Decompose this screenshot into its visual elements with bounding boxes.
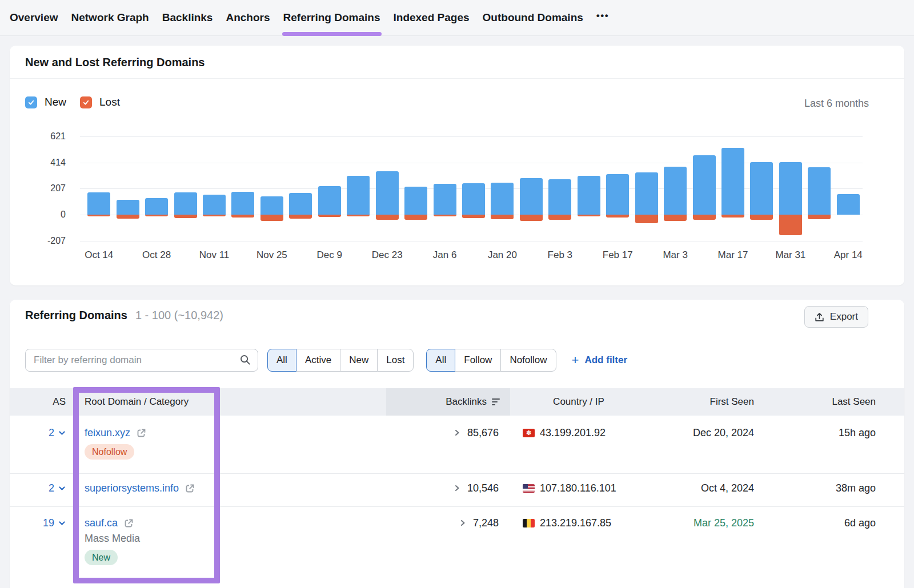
export-button[interactable]: Export [804,306,868,328]
follow-filter-all[interactable]: All [426,349,455,372]
status-filter-all[interactable]: All [267,349,296,372]
lost-domains-bar[interactable] [87,215,110,216]
lost-domains-bar[interactable] [548,215,571,220]
new-domains-bar[interactable] [174,192,197,215]
new-domains-bar[interactable] [145,198,168,215]
chevron-down-icon [58,519,66,527]
lost-domains-bar[interactable] [721,215,744,218]
new-domains-bar[interactable] [462,183,485,215]
domain-filter-input[interactable] [25,349,258,372]
lost-domains-bar[interactable] [750,215,773,220]
new-domains-bar[interactable] [491,183,514,215]
lost-domains-bar[interactable] [145,215,168,216]
new-domains-bar[interactable] [203,195,226,215]
new-domains-bar[interactable] [117,200,139,215]
search-icon[interactable] [239,354,252,367]
new-domains-bar[interactable] [779,162,802,215]
tab-overview[interactable]: Overview [10,0,58,36]
lost-domains-bar[interactable] [664,215,687,221]
more-tabs-button[interactable]: ••• [596,10,609,25]
new-domains-bar[interactable] [664,167,687,215]
external-link-icon[interactable] [123,518,134,529]
backlinks-count: 7,248 [473,517,499,529]
tab-indexed-pages[interactable]: Indexed Pages [394,0,470,36]
table-row: 2superiorsystems.info10,546107.180.116.1… [10,474,904,507]
new-domains-bar[interactable] [318,186,341,215]
lost-domains-bar[interactable] [520,215,543,221]
new-domains-bar[interactable] [520,178,543,215]
new-domains-bar[interactable] [721,148,744,215]
new-domains-bar[interactable] [548,179,571,215]
chevron-right-icon[interactable] [459,519,467,527]
table-row: 19sauf.caMass MediaNew7,248213.219.167.8… [10,507,904,588]
new-domains-bar[interactable] [606,174,629,215]
lost-domains-bar[interactable] [635,215,658,223]
new-domains-bar[interactable] [404,187,427,215]
lost-domains-bar[interactable] [231,215,254,218]
sort-descending-icon[interactable] [492,398,500,405]
domain-line: sauf.ca [85,517,386,529]
status-filter-new[interactable]: New [340,349,378,372]
as-expander[interactable]: 19 [43,517,66,529]
lost-domains-bar[interactable] [203,215,226,216]
domain-link[interactable]: sauf.ca [85,517,118,529]
lost-domains-bar[interactable] [808,215,831,219]
new-domains-bar[interactable] [289,193,312,215]
new-domains-bar[interactable] [837,194,860,215]
new-domains-bar[interactable] [260,196,283,215]
lost-domains-bar[interactable] [376,215,399,220]
lost-domains-bar[interactable] [404,215,427,220]
plus-icon: + [572,355,579,366]
chevron-right-icon[interactable] [453,484,461,492]
new-domains-bar[interactable] [376,171,399,215]
status-filter-active[interactable]: Active [296,349,340,372]
as-expander[interactable]: 2 [49,427,66,439]
tab-network-graph[interactable]: Network Graph [71,0,149,36]
domain-cell: feixun.xyzNofollow [66,416,386,473]
chevron-right-icon[interactable] [453,429,461,437]
lost-domains-bar[interactable] [289,215,312,219]
domain-link[interactable]: feixun.xyz [85,427,130,439]
lost-domains-bar[interactable] [347,215,370,216]
hk-flag-icon: ✽ [523,429,535,437]
column-header-first-seen[interactable]: First Seen [647,388,754,416]
tab-outbound-domains[interactable]: Outbound Domains [483,0,583,36]
lost-domains-bar[interactable] [578,215,600,216]
status-filter-lost[interactable]: Lost [377,349,414,372]
new-domains-bar[interactable] [87,192,110,215]
new-domains-bar[interactable] [750,162,773,215]
lost-domains-bar[interactable] [606,215,629,218]
lost-domains-bar[interactable] [491,215,514,219]
external-link-icon[interactable] [136,428,147,438]
column-header-last-seen[interactable]: Last Seen [754,388,904,416]
external-link-icon[interactable] [185,483,195,494]
add-filter-button[interactable]: + Add filter [572,355,627,366]
new-domains-bar[interactable] [578,176,600,215]
new-domains-bar[interactable] [808,167,831,215]
lost-domains-bar[interactable] [117,215,139,219]
follow-filter-nofollow[interactable]: Nofollow [500,349,556,372]
column-header-root-domain-category[interactable]: Root Domain / Category [66,388,386,416]
follow-filter-follow[interactable]: Follow [455,349,501,372]
column-header-country-ip[interactable]: Country / IP [510,388,647,416]
tab-referring-domains[interactable]: Referring Domains [283,0,380,36]
new-domains-bar[interactable] [693,155,716,215]
tab-anchors[interactable]: Anchors [226,0,270,36]
lost-domains-bar[interactable] [462,215,485,218]
as-expander[interactable]: 2 [49,482,66,494]
domain-link[interactable]: superiorsystems.info [85,482,179,494]
new-domains-bar[interactable] [231,192,254,215]
lost-domains-bar[interactable] [434,215,456,216]
backlinks-count: 10,546 [467,482,499,494]
column-header-backlinks[interactable]: Backlinks [386,388,510,416]
column-header-as[interactable]: AS [10,388,66,416]
lost-domains-bar[interactable] [693,215,716,220]
new-domains-bar[interactable] [347,176,370,215]
new-domains-bar[interactable] [635,172,658,215]
lost-domains-bar[interactable] [260,215,283,221]
lost-domains-bar[interactable] [779,215,802,235]
lost-domains-bar[interactable] [318,215,341,217]
new-domains-bar[interactable] [434,184,456,215]
tab-backlinks[interactable]: Backlinks [162,0,213,36]
lost-domains-bar[interactable] [174,215,197,218]
